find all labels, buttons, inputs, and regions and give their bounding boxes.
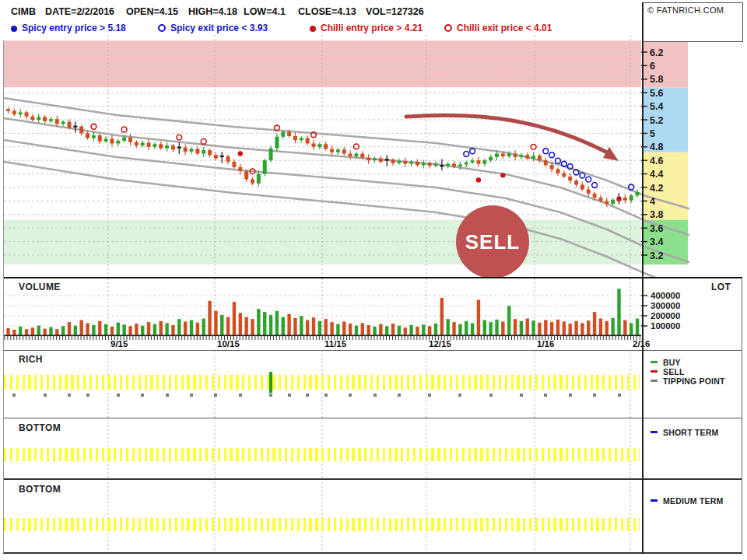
- candle-body: [6, 109, 10, 111]
- volume-bar: [404, 327, 407, 335]
- candle-body: [165, 145, 169, 148]
- candle-body: [519, 155, 523, 157]
- candle-body: [104, 138, 108, 141]
- candle-body: [263, 160, 267, 173]
- volume-bar: [599, 319, 602, 335]
- tipping-point-dot: [166, 394, 169, 397]
- chilli-exit-marker: [177, 135, 182, 140]
- volume-bar: [617, 289, 620, 335]
- month-label: 11/15: [324, 339, 347, 348]
- volume-bar: [636, 319, 639, 335]
- candle-body: [86, 133, 89, 138]
- candle-body: [611, 200, 615, 204]
- candle-body: [171, 145, 175, 149]
- volume-tick-label: 400000: [651, 291, 680, 300]
- candle-body: [92, 135, 96, 138]
- volume-bar: [330, 322, 333, 335]
- volume-bar: [287, 314, 290, 335]
- volume-bar: [202, 319, 205, 335]
- rich-signal-row: [4, 375, 640, 390]
- candle-body: [135, 142, 139, 145]
- candle-body: [98, 135, 102, 142]
- copyright-text: © FATNRICH.COM: [647, 5, 742, 15]
- volume-bar: [428, 326, 431, 335]
- tipping-point-dot: [544, 394, 547, 397]
- candle-body: [73, 126, 77, 128]
- volume-bar: [385, 326, 388, 335]
- sell-badge-label: SELL: [465, 230, 520, 254]
- tipping-point-dot: [593, 394, 596, 397]
- candle-body: [55, 119, 59, 124]
- candle-body: [476, 160, 480, 163]
- tipping-point-dot: [86, 394, 89, 397]
- candle-body: [385, 159, 389, 160]
- volume-bar: [43, 329, 46, 335]
- right-border: [742, 278, 742, 553]
- tipping-point-dot: [618, 394, 621, 397]
- medium-term-label: MEDIUM TERM: [663, 496, 723, 506]
- candle-body: [623, 198, 627, 200]
- candle-body: [79, 127, 83, 134]
- price-volume-chart: 3.23.43.63.844.24.44.64.855.25.45.65.866…: [0, 0, 747, 560]
- tipping-point-dot: [190, 394, 193, 397]
- volume-bar: [379, 324, 382, 335]
- candle-body: [287, 132, 291, 136]
- volume-bar: [244, 317, 247, 335]
- volume-bar: [135, 324, 138, 335]
- volume-bar: [25, 329, 28, 335]
- volume-bar: [269, 315, 272, 335]
- chilli-exit-marker: [121, 127, 127, 132]
- fatnrich-chart-window: { "header": { "tokens": ["CIMB","DATE=2/…: [0, 0, 747, 560]
- price-tick-label: 4.8: [650, 142, 663, 152]
- candle-body: [630, 195, 633, 200]
- volume-bar: [74, 326, 77, 335]
- candle-body: [293, 136, 297, 140]
- spicy-exit-marker: [580, 173, 585, 178]
- tipping-point-dot: [374, 394, 377, 397]
- price-tick-label: 5: [650, 128, 655, 139]
- buy-dash-icon: [651, 361, 658, 363]
- candle-body: [43, 117, 47, 121]
- volume-label: VOL=127326: [366, 6, 424, 17]
- candle-body: [177, 147, 181, 149]
- volume-bar: [574, 321, 577, 335]
- volume-bar: [526, 319, 529, 335]
- volume-panel-label: VOLUME: [19, 282, 61, 292]
- copyright-box: © FATNRICH.COM: [642, 2, 743, 42]
- volume-tick-label: 300000: [651, 301, 680, 310]
- month-label: 12/15: [429, 339, 451, 348]
- candle-body: [409, 162, 413, 164]
- volume-bar: [593, 312, 596, 335]
- downtrend-arrowhead: [603, 147, 619, 161]
- volume-bar: [342, 321, 345, 335]
- spicy-exit-marker: [470, 149, 475, 154]
- candle-body: [366, 158, 370, 160]
- tipping-point-dot: [458, 394, 461, 397]
- spicy-exit-marker: [592, 183, 598, 188]
- spicy-exit-marker: [586, 177, 591, 182]
- volume-bar: [117, 323, 120, 335]
- volume-bar: [86, 323, 89, 335]
- candle-body: [208, 150, 212, 155]
- volume-bar: [434, 324, 437, 335]
- candle-body: [202, 150, 205, 153]
- candle-body: [317, 144, 321, 146]
- volume-bar: [190, 320, 193, 336]
- volume-bar: [153, 324, 156, 335]
- volume-bar: [128, 326, 132, 335]
- volume-bar: [160, 321, 163, 335]
- volume-bar: [471, 323, 474, 335]
- candle-body: [598, 198, 602, 201]
- tipping-point-label: TIPPING POINT: [663, 376, 725, 386]
- tipping-point-dot: [44, 394, 47, 397]
- volume-bar: [440, 298, 444, 335]
- month-label: 10/15: [217, 339, 240, 348]
- volume-bar: [208, 301, 211, 335]
- volume-bar: [458, 324, 461, 335]
- candle-body: [379, 159, 383, 162]
- volume-bar: [49, 327, 52, 335]
- medium-term-dash-icon: [651, 499, 658, 502]
- tipping-point-dash-icon: [651, 380, 658, 382]
- volume-bar: [251, 319, 254, 335]
- candle-body: [373, 159, 377, 161]
